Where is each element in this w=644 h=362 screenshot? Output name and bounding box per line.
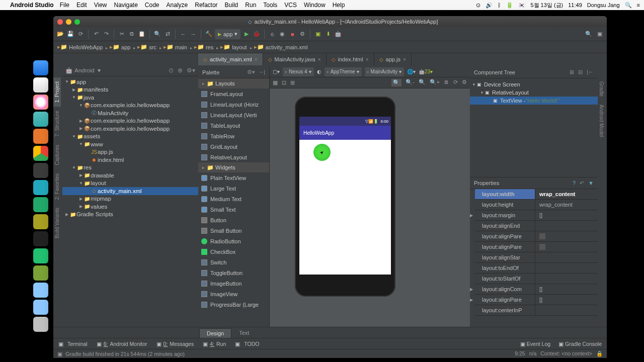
property-row[interactable]: layout:heightwrap_content	[470, 200, 598, 210]
component-tree[interactable]: ▼▣Device Screen▼▣RelativeLayout▣TextView…	[470, 78, 598, 107]
undo-icon[interactable]: ↶	[92, 30, 100, 38]
editor-tab[interactable]: ◇MainActivity.java×	[263, 53, 327, 65]
tree-item[interactable]: ▶📦 com.example.iolo.hellowebapp	[62, 125, 198, 133]
dock-chrome[interactable]	[33, 146, 48, 161]
palette-item[interactable]: CheckBox	[198, 246, 269, 257]
refresh-icon[interactable]: ⟳	[453, 79, 458, 86]
breadcrumb-item[interactable]: ▸📁 activity_main.xml	[254, 44, 308, 50]
menu-tools[interactable]: Tools	[263, 2, 277, 9]
tree-item[interactable]: JS app.js	[62, 148, 198, 156]
menu-analyze[interactable]: Analyze	[167, 2, 188, 9]
expand-icon[interactable]: ⊞	[570, 69, 574, 75]
stop-icon[interactable]: ■	[288, 30, 296, 38]
sidetab-favorites[interactable]: 2: Favorites	[53, 169, 61, 204]
palette-item[interactable]: RelativeLayout	[198, 152, 269, 162]
device-screen[interactable]: ▽📶🔋6:00 HelloWebApp ◁○□	[299, 117, 391, 275]
search-everywhere-icon[interactable]: 🔍	[585, 30, 593, 38]
tree-item[interactable]: ◆ index.html	[62, 156, 198, 164]
hide-icon[interactable]: →|	[258, 69, 265, 75]
breadcrumb-item[interactable]: ▸📁 res	[194, 44, 218, 50]
export-icon[interactable]: 🗎	[444, 79, 449, 86]
breadcrumb-item[interactable]: ▸📁 layout	[220, 44, 252, 50]
wifi-icon[interactable]: ⊙	[476, 2, 480, 9]
menu-run[interactable]: Run	[245, 2, 256, 9]
dock-terminal[interactable]	[33, 231, 48, 246]
device-selector[interactable]: Nexus 4▾	[283, 67, 314, 76]
properties-table[interactable]: layout:widthwrap_contentlayout:heightwra…	[470, 189, 598, 316]
tree-item[interactable]: ▼📁 www	[62, 140, 198, 148]
app-name[interactable]: Android Studio	[10, 2, 54, 9]
coverage-icon[interactable]: ◉	[278, 30, 286, 38]
toolwindow-tab[interactable]: ▣ 6: Android Monitor	[97, 341, 147, 347]
tree-item[interactable]: ▼📁 app	[62, 78, 198, 86]
project-view-selector[interactable]: 🤖 Android▾ ⊙ ⊕ ⚙▾	[62, 64, 198, 76]
tab-design[interactable]: Design	[199, 328, 231, 338]
redo-icon[interactable]: ↷	[102, 30, 110, 38]
activity-selector[interactable]: MainActivity▾	[365, 67, 404, 76]
property-row[interactable]: ▶layout:alignCom[]	[470, 284, 598, 295]
toolwindow-tab[interactable]: ▣ 4: Run	[203, 341, 226, 347]
dock-webstorm[interactable]	[33, 180, 48, 195]
zoom-reset-icon[interactable]: 🔍	[419, 79, 426, 86]
dock-androidstudio[interactable]	[33, 265, 48, 281]
tree-item[interactable]: ▶📁 manifests	[62, 86, 198, 94]
tree-item[interactable]: Ⓒ MainActivity	[62, 109, 198, 117]
run-config-selector[interactable]: app▾	[215, 29, 240, 39]
api-selector[interactable]: 🤖23▾	[419, 69, 433, 74]
property-row[interactable]: layout:alignEnd	[470, 221, 598, 231]
debug-icon[interactable]: 🐞	[253, 30, 261, 38]
restore-icon[interactable]: ↶	[580, 180, 584, 187]
palette-item[interactable]: LinearLayout (Horiz	[198, 99, 269, 110]
menubar-date[interactable]: 5월 13일 (금)	[530, 2, 563, 9]
menu-icon[interactable]: ≡	[637, 2, 640, 8]
palette-category[interactable]: 📁 Widgets	[198, 162, 269, 172]
breadcrumb-item[interactable]: ▸📁 app	[110, 44, 135, 50]
minimize-button[interactable]	[66, 19, 71, 25]
menu-refactor[interactable]: Refactor	[195, 2, 217, 9]
paste-icon[interactable]: 📋	[138, 30, 146, 38]
close-icon[interactable]: ×	[366, 57, 369, 62]
sidetab-androidmodel[interactable]: Android Model	[598, 101, 605, 141]
volume-icon[interactable]: 🔊	[486, 2, 493, 9]
flag-icon[interactable]: 🇰🇷	[518, 2, 525, 9]
android-icon[interactable]: 🤖	[334, 30, 342, 38]
breadcrumb-item[interactable]: ▸📁 main	[164, 44, 192, 50]
dock-photos[interactable]	[33, 95, 48, 110]
back-icon[interactable]: ←	[179, 30, 187, 38]
menu-view[interactable]: View	[94, 2, 107, 9]
toggle-icon[interactable]: ▦	[273, 79, 278, 86]
palette-item[interactable]: Medium Text	[198, 194, 269, 204]
dock-safari[interactable]	[33, 112, 48, 127]
theme-icon[interactable]: ◐	[317, 69, 321, 74]
dock-datagrip[interactable]	[33, 197, 48, 212]
property-row[interactable]: layout:toStartOf	[470, 274, 598, 284]
menubar-user[interactable]: Dongsu Jang	[587, 2, 620, 8]
open-icon[interactable]: 📂	[56, 30, 64, 38]
property-row[interactable]: layout:alignPare	[470, 242, 598, 252]
profile-icon[interactable]: ⚙	[298, 30, 306, 38]
component-row[interactable]: ▼▣Device Screen	[470, 80, 598, 88]
tab-text[interactable]: Text	[231, 328, 257, 338]
palette-item[interactable]: GridLayout	[198, 141, 269, 152]
filter-icon[interactable]: ▼	[588, 180, 594, 187]
palette-item[interactable]: Button	[198, 215, 269, 225]
menubar-time[interactable]: 11:49	[568, 2, 582, 8]
replace-icon[interactable]: ⇄	[164, 30, 172, 38]
run-icon[interactable]: ▶	[243, 30, 251, 38]
menu-code[interactable]: Code	[145, 2, 159, 9]
orientation-icon[interactable]: ▢▾	[273, 69, 280, 74]
toolwindow-tab[interactable]: ▣ Event Log	[520, 341, 550, 347]
tree-item[interactable]: ▶📁 Gradle Scripts	[62, 211, 198, 219]
menu-vcs[interactable]: VCS	[284, 2, 297, 9]
margins-icon[interactable]: ⊞	[290, 79, 295, 86]
sidetab-captures[interactable]: Captures	[53, 141, 61, 169]
target-icon[interactable]: ⊕	[178, 67, 183, 74]
copy-icon[interactable]: ⧉	[128, 30, 136, 38]
context-label[interactable]: Context: <no context>	[540, 350, 592, 357]
palette-item[interactable]: Small Text	[198, 204, 269, 215]
palette-item[interactable]: ToggleButton	[198, 267, 269, 278]
zoom-button[interactable]	[74, 19, 80, 25]
palette-item[interactable]: ProgressBar (Large	[198, 299, 269, 310]
gear-icon[interactable]: ⚙▾	[247, 69, 255, 75]
avd-icon[interactable]: ▣	[314, 30, 322, 38]
